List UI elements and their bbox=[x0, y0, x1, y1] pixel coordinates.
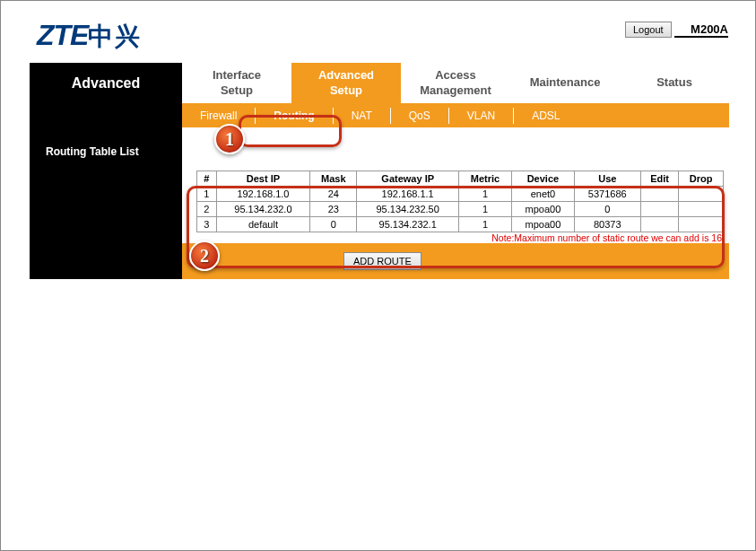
cell-gateway-ip: 192.168.1.1 bbox=[357, 187, 458, 202]
col-use: Use bbox=[574, 171, 640, 187]
cell-edit[interactable] bbox=[640, 187, 679, 202]
cell-edit[interactable] bbox=[640, 217, 679, 232]
tab-access-management[interactable]: Access Management bbox=[401, 63, 510, 104]
col-device: Device bbox=[512, 171, 575, 187]
cell-drop[interactable] bbox=[679, 202, 724, 217]
subtab-vlan[interactable]: VLAN bbox=[449, 108, 514, 124]
cell-gateway-ip: 95.134.232.50 bbox=[357, 202, 458, 217]
tab-interface-setup[interactable]: Interface Setup bbox=[182, 63, 291, 104]
sub-left-spacer bbox=[30, 104, 182, 127]
cell-drop[interactable] bbox=[679, 187, 724, 202]
cell-device: mpoa00 bbox=[512, 202, 575, 217]
subtab-qos[interactable]: QoS bbox=[391, 108, 449, 124]
col-dest: Dest IP bbox=[216, 171, 310, 187]
sub-tabs-row: Firewall Routing NAT QoS VLAN ADSL bbox=[30, 104, 729, 127]
spacer-row bbox=[30, 127, 729, 140]
brand-logo: ZTE中兴 bbox=[37, 19, 142, 54]
sub-tabs: Firewall Routing NAT QoS VLAN ADSL bbox=[182, 104, 729, 127]
cell--: 1 bbox=[197, 187, 217, 202]
subtab-adsl[interactable]: ADSL bbox=[514, 108, 578, 124]
list-title-row: Routing Table List bbox=[30, 140, 729, 163]
header-right: Logout M200A bbox=[625, 19, 728, 38]
subtab-routing[interactable]: Routing bbox=[256, 108, 333, 124]
logo-text-cn: 中兴 bbox=[88, 22, 142, 50]
model-label: M200A bbox=[674, 22, 728, 38]
table-header-row: # Dest IP Mask Gateway IP Metric Device … bbox=[197, 171, 724, 187]
section-label: Advanced bbox=[30, 63, 182, 104]
cell-mask: 23 bbox=[310, 202, 357, 217]
cell-device: enet0 bbox=[512, 187, 575, 202]
table-row: 3default095.134.232.11mpoa0080373 bbox=[197, 217, 724, 232]
table-row: 1192.168.1.024192.168.1.11enet05371686 bbox=[197, 187, 724, 202]
cell-mask: 24 bbox=[310, 187, 357, 202]
cell-metric: 1 bbox=[458, 217, 511, 232]
col-num: # bbox=[197, 171, 217, 187]
cell-gateway-ip: 95.134.232.1 bbox=[357, 217, 458, 232]
cell-dest-ip: default bbox=[216, 217, 310, 232]
cell--: 3 bbox=[197, 217, 217, 232]
add-route-button[interactable]: ADD ROUTE bbox=[343, 252, 421, 270]
header: ZTE中兴 Logout M200A bbox=[1, 1, 755, 63]
static-route-note: Note:Maximum number of static route we c… bbox=[196, 232, 724, 243]
cell-metric: 1 bbox=[458, 187, 511, 202]
col-drop: Drop bbox=[679, 171, 724, 187]
cell-use: 0 bbox=[574, 202, 640, 217]
cell-device: mpoa00 bbox=[512, 217, 575, 232]
col-gateway: Gateway IP bbox=[357, 171, 458, 187]
table-area: # Dest IP Mask Gateway IP Metric Device … bbox=[30, 163, 729, 243]
col-edit: Edit bbox=[640, 171, 679, 187]
col-metric: Metric bbox=[458, 171, 511, 187]
cell--: 2 bbox=[197, 202, 217, 217]
subtab-nat[interactable]: NAT bbox=[334, 108, 391, 124]
routing-table: # Dest IP Mask Gateway IP Metric Device … bbox=[196, 171, 724, 232]
cell-metric: 1 bbox=[458, 202, 511, 217]
cell-drop[interactable] bbox=[679, 217, 724, 232]
button-row: ADD ROUTE bbox=[30, 243, 729, 279]
cell-dest-ip: 192.168.1.0 bbox=[216, 187, 310, 202]
table-row: 295.134.232.02395.134.232.501mpoa000 bbox=[197, 202, 724, 217]
cell-use: 5371686 bbox=[574, 187, 640, 202]
main-tabs: Advanced Interface Setup Advanced Setup … bbox=[30, 63, 729, 104]
col-mask: Mask bbox=[310, 171, 357, 187]
cell-edit[interactable] bbox=[640, 202, 679, 217]
cell-use: 80373 bbox=[574, 217, 640, 232]
cell-mask: 0 bbox=[310, 217, 357, 232]
cell-dest-ip: 95.134.232.0 bbox=[216, 202, 310, 217]
tab-maintenance[interactable]: Maintenance bbox=[510, 63, 620, 104]
subtab-firewall[interactable]: Firewall bbox=[182, 108, 256, 124]
logout-button[interactable]: Logout bbox=[625, 22, 672, 38]
tab-advanced-setup[interactable]: Advanced Setup bbox=[291, 63, 401, 104]
tab-status[interactable]: Status bbox=[620, 63, 729, 104]
logo-text-lat: ZTE bbox=[37, 19, 88, 51]
routing-table-list-title: Routing Table List bbox=[30, 140, 182, 163]
